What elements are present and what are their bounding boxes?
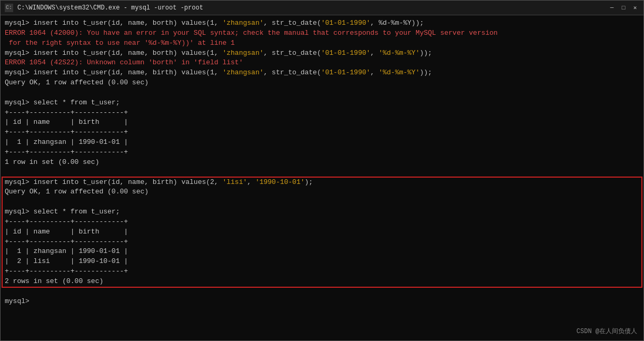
terminal-line: Query OK, 1 row affected (0.00 sec) [5, 187, 639, 197]
terminal-line: +----+----------+------------+ [5, 128, 639, 138]
terminal-line: mysql> select * from t_user; [5, 98, 639, 108]
cmd-window: C: C:\WINDOWS\system32\CMD.exe - mysql -… [0, 0, 644, 341]
terminal-line: | 1 | zhangsan | 1990-01-01 | [5, 247, 639, 257]
window-title: C:\WINDOWS\system32\CMD.exe - mysql -uro… [17, 4, 203, 12]
terminal-line: ERROR 1064 (42000): You have an error in… [5, 28, 639, 38]
terminal-line: mysql> insert into t_user(id, name, bort… [5, 18, 639, 28]
terminal-line: 2 rows in set (0.00 sec) [5, 277, 639, 287]
watermark: CSDN @在人间负债人 [577, 327, 637, 336]
terminal-blank [5, 168, 639, 178]
terminal-line: for the right syntax to use near '%d-%m-… [5, 38, 639, 48]
terminal-line: mysql> insert into t_user(id, name, bort… [5, 48, 639, 59]
terminal-line: | id | name | birth | [5, 227, 639, 237]
terminal-line: Query OK, 1 row affected (0.00 sec) [5, 78, 639, 88]
terminal-line: | 1 | zhangsan | 1990-01-01 | [5, 138, 639, 148]
terminal-line: +----+----------+------------+ [5, 267, 639, 277]
terminal-line: +----+----------+------------+ [5, 108, 639, 118]
cmd-icon: C: [5, 4, 13, 12]
title-bar-left: C: C:\WINDOWS\system32\CMD.exe - mysql -… [5, 4, 203, 12]
terminal-line: mysql> insert into t_user(id, name, birt… [5, 178, 639, 188]
terminal-prompt: mysql> [5, 297, 639, 307]
terminal-line: +----+----------+------------+ [5, 237, 639, 247]
terminal-line: ERROR 1054 (42S22): Unknown column 'bort… [5, 58, 639, 68]
terminal-blank [5, 197, 639, 207]
terminal-line: +----+----------+------------+ [5, 148, 639, 158]
title-bar: C: C:\WINDOWS\system32\CMD.exe - mysql -… [1, 1, 643, 15]
close-button[interactable]: ✕ [631, 4, 639, 12]
terminal-body[interactable]: mysql> insert into t_user(id, name, bort… [1, 15, 643, 340]
terminal-line: | 2 | lisi | 1990-10-01 | [5, 257, 639, 267]
minimize-button[interactable]: ─ [608, 4, 616, 12]
terminal-line: 1 row in set (0.00 sec) [5, 158, 639, 168]
terminal-blank [5, 88, 639, 98]
terminal-line: mysql> insert into t_user(id, name, birt… [5, 68, 639, 78]
terminal-line: | id | name | birth | [5, 118, 639, 128]
terminal-blank [5, 287, 639, 297]
terminal-line: mysql> select * from t_user; [5, 207, 639, 217]
window-controls: ─ □ ✕ [608, 4, 639, 12]
terminal-line: +----+----------+------------+ [5, 217, 639, 227]
maximize-button[interactable]: □ [619, 4, 628, 12]
